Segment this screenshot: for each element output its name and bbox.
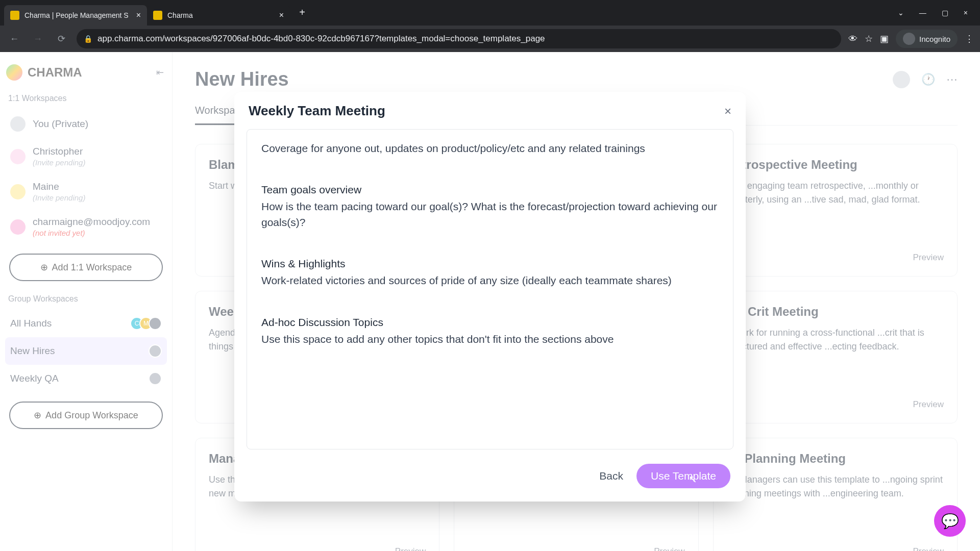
template-section: Coverage for anyone out, updates on prod… — [247, 134, 733, 177]
section-body: How is the team pacing toward our goal(s… — [261, 199, 719, 230]
template-section: Ad-hoc Discussion Topics Use this space … — [247, 309, 733, 367]
section-body: Use this space to add any other topics t… — [261, 332, 719, 347]
section-title: Team goals overview — [261, 184, 719, 196]
template-section: Team goals overview How is the team paci… — [247, 177, 733, 251]
app-root: CHARMA ⇤ 1:1 Workspaces You (Private) Ch… — [0, 52, 980, 551]
template-preview-modal: Weekly Team Meeting × Coverage for anyon… — [234, 92, 746, 502]
url-text: app.charma.com/workspaces/927006af-b0dc-… — [97, 34, 545, 44]
toolbar-right: 👁 ☆ ▣ Incognito ⋮ — [848, 30, 974, 48]
cursor-icon: ↖ — [689, 473, 697, 485]
incognito-label: Incognito — [919, 35, 950, 43]
close-icon[interactable]: × — [279, 11, 284, 20]
favicon-icon — [153, 11, 162, 20]
section-body: Coverage for anyone out, updates on prod… — [261, 141, 719, 156]
incognito-icon — [903, 33, 915, 45]
chat-icon: 💬 — [941, 513, 959, 530]
modal-body[interactable]: Coverage for anyone out, updates on prod… — [247, 129, 733, 449]
browser-tabs: Charma | People Management S × Charma × … — [4, 0, 895, 26]
chat-bubble-button[interactable]: 💬 — [934, 505, 966, 537]
url-input[interactable]: 🔒 app.charma.com/workspaces/927006af-b0d… — [77, 29, 841, 48]
template-section: Wins & Highlights Work-related victories… — [247, 251, 733, 309]
tab-title: Charma | People Management S — [24, 11, 131, 19]
close-icon[interactable]: × — [136, 11, 141, 20]
incognito-badge[interactable]: Incognito — [896, 30, 958, 48]
section-body: Work-related victories and sources of pr… — [261, 273, 719, 288]
use-template-button[interactable]: Use Template ↖ — [636, 464, 730, 488]
install-icon[interactable]: ▣ — [880, 33, 889, 44]
modal-overlay[interactable]: Weekly Team Meeting × Coverage for anyon… — [0, 52, 980, 551]
minimize-icon[interactable]: — — [916, 6, 929, 20]
modal-header: Weekly Team Meeting × — [234, 92, 746, 124]
forward-button: → — [30, 31, 46, 47]
close-icon[interactable]: × — [724, 104, 731, 118]
tab-title: Charma — [167, 11, 274, 19]
browser-tab[interactable]: Charma × — [147, 5, 290, 26]
browser-address-bar: ← → ⟳ 🔒 app.charma.com/workspaces/927006… — [0, 26, 980, 52]
reload-button[interactable]: ⟳ — [53, 31, 69, 47]
window-controls: ⌄ — ▢ × — [895, 6, 976, 20]
section-title: Ad-hoc Discussion Topics — [261, 316, 719, 329]
close-window-icon[interactable]: × — [961, 6, 971, 20]
browser-tab-active[interactable]: Charma | People Management S × — [4, 5, 147, 26]
browser-titlebar: Charma | People Management S × Charma × … — [0, 0, 980, 26]
back-button[interactable]: Back — [599, 470, 623, 482]
star-icon[interactable]: ☆ — [865, 33, 873, 44]
back-button[interactable]: ← — [6, 31, 22, 47]
lock-icon: 🔒 — [84, 35, 92, 43]
modal-title: Weekly Team Meeting — [249, 103, 385, 119]
use-template-label: Use Template — [651, 470, 716, 482]
modal-footer: Back Use Template ↖ — [234, 455, 746, 502]
new-tab-button[interactable]: + — [294, 4, 310, 20]
kebab-menu-icon[interactable]: ⋮ — [965, 33, 974, 44]
maximize-icon[interactable]: ▢ — [939, 6, 951, 20]
favicon-icon — [10, 11, 19, 20]
chevron-down-icon[interactable]: ⌄ — [895, 6, 907, 20]
eye-off-icon[interactable]: 👁 — [848, 34, 857, 44]
section-title: Wins & Highlights — [261, 258, 719, 270]
